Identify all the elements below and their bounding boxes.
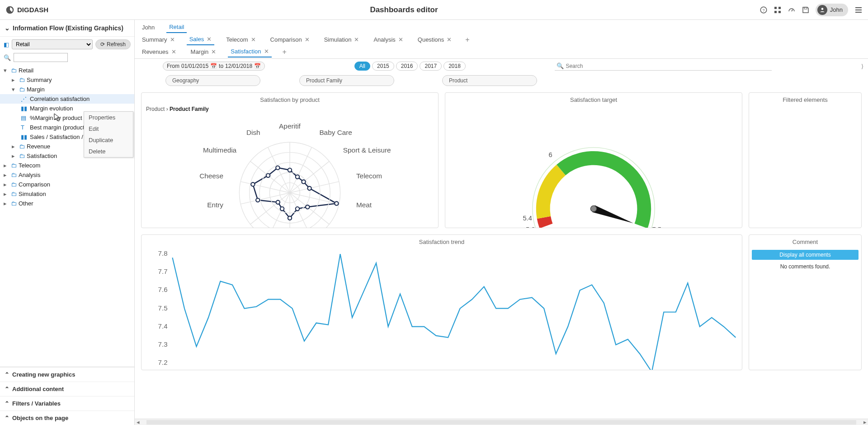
section-filters-variables[interactable]: ⌃Filters / Variables bbox=[0, 396, 134, 411]
svg-text:7.3: 7.3 bbox=[158, 340, 168, 348]
horizontal-scrollbar[interactable]: ◂ ▸ bbox=[135, 419, 868, 425]
add-tab-button[interactable]: + bbox=[463, 36, 471, 44]
tab[interactable]: Summary✕ bbox=[139, 34, 178, 45]
refresh-button[interactable]: ⟳ Refresh bbox=[95, 39, 131, 49]
dim-product[interactable]: Product bbox=[442, 75, 537, 86]
svg-text:Baby Care: Baby Care bbox=[319, 129, 352, 136]
section-additional-content[interactable]: ⌃Additional content bbox=[0, 382, 134, 396]
bc-product[interactable]: Product bbox=[146, 106, 165, 112]
dim-product-family[interactable]: Product Family bbox=[299, 75, 394, 86]
folder-icon: 🗀 bbox=[19, 76, 25, 83]
close-icon[interactable]: ✕ bbox=[398, 36, 403, 43]
global-search[interactable]: 🔍 bbox=[555, 62, 772, 71]
close-icon[interactable]: ✕ bbox=[447, 36, 452, 43]
year-chip-all[interactable]: All bbox=[354, 62, 370, 71]
ctx-delete[interactable]: Delete bbox=[84, 146, 133, 157]
brand-logo: DIGDASH bbox=[5, 5, 48, 14]
scroll-left-icon[interactable]: ◂ bbox=[135, 419, 141, 425]
close-icon[interactable]: ✕ bbox=[207, 36, 212, 43]
tab[interactable]: Retail bbox=[166, 22, 187, 33]
tab[interactable]: Telecom✕ bbox=[223, 34, 258, 45]
svg-rect-2 bbox=[774, 7, 777, 9]
year-chip[interactable]: 2016 bbox=[396, 62, 418, 71]
svg-text:7.7: 7.7 bbox=[158, 267, 168, 275]
save-icon[interactable] bbox=[802, 6, 809, 14]
sidebar-section-flows[interactable]: ⌄ Information Flow (Existing Graphics) bbox=[0, 20, 134, 37]
tree-folder[interactable]: ▸🗀 Analysis bbox=[0, 170, 134, 180]
section-label: Additional content bbox=[12, 386, 64, 392]
tree-folder[interactable]: ▾🗀 Margin bbox=[0, 85, 134, 94]
close-icon[interactable]: ✕ bbox=[305, 36, 310, 43]
tabs-area: JohnRetail Summary✕Sales✕Telecom✕Compari… bbox=[135, 20, 868, 59]
wallet-icon[interactable]: ◧ bbox=[4, 41, 9, 48]
year-chip[interactable]: 2017 bbox=[420, 62, 442, 71]
tab-label: Margin bbox=[191, 48, 209, 55]
tree-folder[interactable]: ▸🗀 Comparison bbox=[0, 180, 134, 189]
ctx-duplicate[interactable]: Duplicate bbox=[84, 134, 133, 146]
user-menu[interactable]: John bbox=[816, 4, 848, 16]
chevron-icon: ▸ bbox=[4, 172, 9, 178]
year-chip[interactable]: 2015 bbox=[372, 62, 394, 71]
tree-folder[interactable]: ▾🗀 Retail bbox=[0, 66, 134, 75]
chevron-right-icon: › bbox=[166, 106, 170, 112]
tab[interactable]: Revenues✕ bbox=[139, 47, 179, 57]
tab[interactable]: Satisfaction✕ bbox=[228, 46, 271, 57]
to-label: to bbox=[219, 63, 223, 69]
tab[interactable]: John bbox=[139, 22, 157, 33]
tree-label: Analysis bbox=[19, 172, 40, 178]
tab[interactable]: Sales✕ bbox=[187, 34, 215, 45]
tab[interactable]: Margin✕ bbox=[188, 47, 219, 57]
tree-folder[interactable]: ▸🗀 Simulation bbox=[0, 189, 134, 199]
ctx-edit[interactable]: Edit bbox=[84, 123, 133, 134]
svg-rect-5 bbox=[778, 11, 781, 13]
section-new-graphics[interactable]: ⌃Creating new graphics bbox=[0, 367, 134, 382]
panel-title: Satisfaction target bbox=[445, 93, 742, 105]
panel-title: Satisfaction trend bbox=[142, 235, 742, 247]
folder-icon: 🗀 bbox=[19, 86, 25, 93]
date-range-filter[interactable]: From 01/01/2015 📅 to 12/01/2018 📅 bbox=[163, 62, 265, 71]
bc-product-family[interactable]: Product Family bbox=[170, 106, 209, 112]
chevron-icon: ▸ bbox=[4, 191, 9, 197]
folder-icon: 🗀 bbox=[11, 162, 17, 169]
sidebar-search-input[interactable] bbox=[14, 53, 68, 62]
tab[interactable]: Comparison✕ bbox=[268, 34, 312, 45]
tab[interactable]: Questions✕ bbox=[415, 34, 455, 45]
svg-text:Cheese: Cheese bbox=[199, 172, 223, 180]
dim-geography[interactable]: Geography bbox=[165, 75, 260, 86]
year-chip[interactable]: 2018 bbox=[443, 62, 466, 71]
close-icon[interactable]: ✕ bbox=[170, 36, 175, 43]
scroll-right-icon[interactable]: ▸ bbox=[862, 419, 868, 425]
grid-icon[interactable] bbox=[774, 6, 781, 14]
close-icon[interactable]: ✕ bbox=[264, 48, 269, 55]
svg-text:7.8: 7.8 bbox=[158, 249, 168, 257]
search-input[interactable] bbox=[566, 63, 770, 69]
search-icon[interactable]: 🔍 bbox=[4, 54, 11, 61]
gauge-icon[interactable] bbox=[788, 6, 796, 14]
tree-folder[interactable]: ▸🗀 Telecom bbox=[0, 161, 134, 170]
collapse-right-icon[interactable]: ⟩ bbox=[861, 63, 863, 70]
no-comments-text: No comments found. bbox=[749, 262, 861, 272]
hamburger-icon[interactable] bbox=[854, 6, 863, 14]
tree-label: Retail bbox=[19, 67, 33, 74]
chevron-up-icon: ⌃ bbox=[5, 415, 9, 421]
help-icon[interactable]: ? bbox=[760, 6, 768, 14]
user-name: John bbox=[830, 6, 843, 13]
section-objects-on-page[interactable]: ⌃Objects on the page bbox=[0, 411, 134, 425]
close-icon[interactable]: ✕ bbox=[171, 48, 176, 55]
tab-label: Summary bbox=[142, 36, 167, 43]
panel-title: Satisfaction by product bbox=[142, 93, 438, 105]
display-comments-button[interactable]: Display all comments bbox=[752, 250, 859, 260]
close-icon[interactable]: ✕ bbox=[211, 48, 216, 55]
tree-leaf[interactable]: ⋰Correlation satisfaction bbox=[0, 94, 134, 104]
svg-text:7.5: 7.5 bbox=[652, 226, 661, 228]
ctx-properties[interactable]: Properties bbox=[84, 112, 133, 123]
tree-folder[interactable]: ▸🗀 Other bbox=[0, 199, 134, 208]
wallet-select[interactable]: Retail bbox=[12, 39, 93, 49]
tab[interactable]: Analysis✕ bbox=[371, 34, 406, 45]
tree-folder[interactable]: ▸🗀 Summary bbox=[0, 75, 134, 85]
close-icon[interactable]: ✕ bbox=[354, 36, 359, 43]
close-icon[interactable]: ✕ bbox=[251, 36, 256, 43]
tab-label: Simulation bbox=[324, 36, 352, 43]
add-tab-button[interactable]: + bbox=[281, 48, 288, 56]
tab[interactable]: Simulation✕ bbox=[321, 34, 362, 45]
